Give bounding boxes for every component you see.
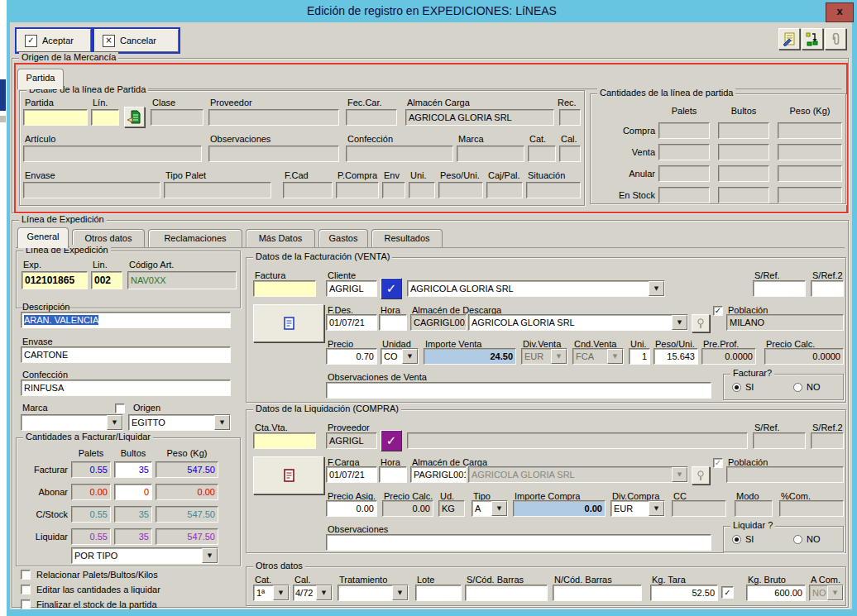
venta-detail-button[interactable] xyxy=(253,304,324,342)
cliente-name-select[interactable]: AGRICOLA GLORIA SRL ▼ xyxy=(407,280,665,297)
validate-cliente-button[interactable]: ✓ xyxy=(381,278,402,299)
precio-input[interactable]: 0.70 xyxy=(326,348,377,365)
anular-palets-field xyxy=(658,165,710,182)
observaciones-label: Observaciones xyxy=(328,524,388,534)
kg-tara-checkbox[interactable] xyxy=(721,586,734,599)
ncod-barras-input[interactable] xyxy=(553,585,642,601)
attachment-button[interactable] xyxy=(825,28,846,50)
tab-gastos[interactable]: Gastos xyxy=(318,229,368,248)
chevron-down-icon[interactable]: ▼ xyxy=(316,585,332,600)
liquidar-mode-select[interactable]: POR TIPO ▼ xyxy=(71,547,218,564)
div-compra-select[interactable]: EUR ▼ xyxy=(610,500,665,517)
venta-bultos-field xyxy=(718,144,769,160)
liquidar-no-radio[interactable] xyxy=(793,535,802,544)
chevron-down-icon[interactable]: ▼ xyxy=(672,315,687,330)
kg-tara-input[interactable]: 52.50 xyxy=(650,585,718,601)
proveedor-label: Proveedor xyxy=(328,423,370,432)
facturar-no-radio[interactable] xyxy=(793,383,802,392)
tratamiento-select[interactable]: ▼ xyxy=(338,585,409,601)
marca-select[interactable]: ▼ xyxy=(21,414,123,431)
lin-field[interactable]: 002 xyxy=(91,271,122,289)
precio-calc-field: 0.0000 xyxy=(764,348,844,365)
notes-button[interactable] xyxy=(778,28,800,50)
observaciones-input[interactable] xyxy=(326,534,711,551)
checkbox-icon[interactable] xyxy=(21,599,31,609)
observaciones-venta-label: Observaciones de Venta xyxy=(328,372,427,382)
cancel-button[interactable]: × Cancelar xyxy=(93,27,180,54)
chevron-down-icon[interactable]: ▼ xyxy=(402,349,418,364)
chevron-down-icon[interactable]: ▼ xyxy=(202,548,218,563)
observaciones-venta-input[interactable] xyxy=(326,382,711,399)
lote-input[interactable] xyxy=(415,585,462,601)
cliente-code-input[interactable]: AGRIGL xyxy=(326,280,377,297)
chevron-down-icon: ▼ xyxy=(672,467,687,482)
lin-input[interactable] xyxy=(91,109,119,126)
map-pin-button[interactable] xyxy=(692,466,710,485)
tipo-select[interactable]: A ▼ xyxy=(472,500,508,517)
tab-general[interactable]: General xyxy=(17,227,69,248)
invoice-quantities-label: Cantidades a Facturar/Liquidar xyxy=(23,432,153,442)
cta-vta-input[interactable] xyxy=(253,432,316,449)
map-pin-button[interactable] xyxy=(692,314,710,332)
checkbox-icon[interactable] xyxy=(21,585,31,595)
facturar-si-radio[interactable] xyxy=(732,383,741,392)
tab-partida[interactable]: Partida xyxy=(17,69,64,89)
div-venta-select: EUR ▼ xyxy=(521,348,567,365)
tab-mas-datos[interactable]: Más Datos xyxy=(246,229,315,248)
option-editar-cantidades[interactable]: Editar las cantidades a liquidar xyxy=(21,585,160,595)
compra-detail-button[interactable] xyxy=(253,456,324,494)
option-relacionar[interactable]: Relacionar Palets/Bultos/Kilos xyxy=(21,570,158,580)
cal-select[interactable]: 4/72 ▼ xyxy=(293,585,333,601)
col-bultos: Bultos xyxy=(718,106,769,116)
sref-input[interactable] xyxy=(753,280,806,297)
envase-input[interactable]: CARTONE xyxy=(21,346,231,363)
kg-bruto-input[interactable]: 600.00 xyxy=(746,585,806,601)
sref2-input[interactable] xyxy=(811,280,844,297)
hora-input[interactable] xyxy=(379,466,407,483)
chevron-down-icon[interactable]: ▼ xyxy=(649,281,664,296)
fcarga-input[interactable]: 01/07/21 xyxy=(326,466,377,483)
fdes-input[interactable]: 01/07/21 xyxy=(326,314,377,331)
marca-checkbox[interactable] xyxy=(115,404,125,413)
descripcion-input[interactable]: ARAN. VALENCIA xyxy=(21,312,231,328)
option-finalizar-stock[interactable]: Finalizar el stock de la partida xyxy=(21,599,157,609)
chevron-down-icon[interactable]: ▼ xyxy=(214,415,230,430)
cat-field xyxy=(528,146,556,162)
uni-input[interactable]: 1 xyxy=(629,348,650,365)
origen-select[interactable]: EGITTO ▼ xyxy=(128,414,231,431)
confeccion-input[interactable]: RINFUSA xyxy=(21,380,231,396)
tab-reclamaciones[interactable]: Reclamaciones xyxy=(148,229,242,248)
close-button[interactable]: x xyxy=(826,2,854,22)
exp-field[interactable]: 012101865 xyxy=(22,271,88,289)
accept-button[interactable]: ✓ Aceptar xyxy=(15,27,93,54)
chevron-down-icon[interactable]: ▼ xyxy=(107,415,122,430)
checkbox-icon[interactable] xyxy=(21,570,31,580)
facturar-bultos-input[interactable]: 35 xyxy=(114,461,152,478)
factura-input[interactable] xyxy=(253,280,316,297)
almacen-descarga-select[interactable]: AGRICOLA GLORIA SRL ▼ xyxy=(468,314,688,331)
chevron-down-icon[interactable]: ▼ xyxy=(392,585,408,600)
almacen-carga-field: AGRICOLA GLORIA SRL xyxy=(405,109,554,126)
precio-asig-input[interactable]: 0.00 xyxy=(326,500,377,517)
proveedor-field xyxy=(208,109,339,126)
chevron-down-icon[interactable]: ▼ xyxy=(273,585,289,600)
almacen-carga-code[interactable]: PAGRIGL001 xyxy=(410,466,467,483)
cat-select[interactable]: 1ª ▼ xyxy=(253,585,290,601)
poblacion-checkbox[interactable] xyxy=(713,306,723,316)
accept-label: Aceptar xyxy=(42,36,74,45)
scod-barras-input[interactable] xyxy=(465,585,548,601)
liquidar-si-radio[interactable] xyxy=(732,535,741,544)
peso-uni-input[interactable]: 15.643 xyxy=(654,348,698,365)
facturar-si-label: SI xyxy=(745,382,754,392)
feccar-label: Fec.Car. xyxy=(347,98,382,107)
tab-resultados[interactable]: Resultados xyxy=(371,229,443,248)
hora-input[interactable] xyxy=(379,314,407,331)
partida-input[interactable] xyxy=(23,109,88,126)
chevron-down-icon[interactable]: ▼ xyxy=(491,501,507,516)
validate-proveedor-button[interactable]: ✓ xyxy=(381,430,402,451)
import-record-button[interactable] xyxy=(802,28,823,50)
select-partida-button[interactable] xyxy=(124,107,145,127)
chevron-down-icon[interactable]: ▼ xyxy=(649,501,664,516)
abonar-bultos-input[interactable]: 0 xyxy=(114,484,152,500)
unidad-select[interactable]: CO ▼ xyxy=(381,348,419,365)
